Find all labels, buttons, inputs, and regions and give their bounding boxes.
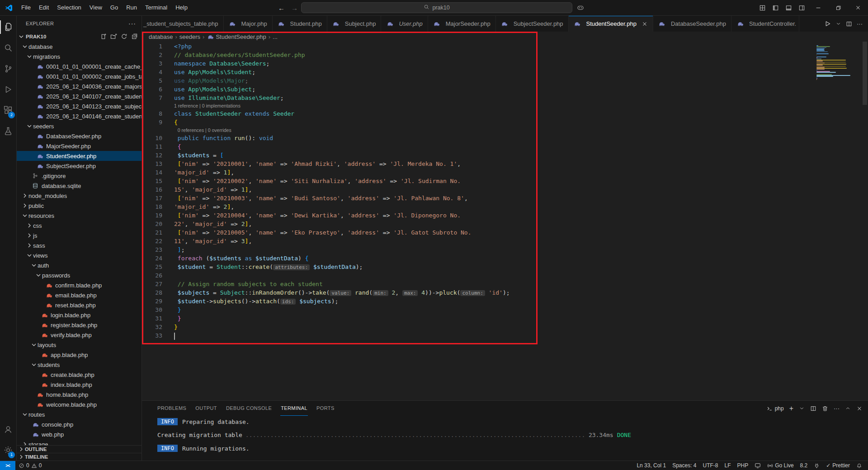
status-php-version[interactable]: 8.2 [797, 461, 811, 470]
code-line[interactable]: 27 // Assign random subjects to each stu… [142, 280, 868, 288]
folder-students[interactable]: students [17, 360, 142, 370]
folder-routes[interactable]: routes [17, 409, 142, 419]
folder-resources[interactable]: resources [17, 211, 142, 221]
folder-js[interactable]: js [17, 230, 142, 240]
menu-run[interactable]: Run [122, 0, 141, 15]
close-panel-icon[interactable] [856, 405, 863, 412]
code-line[interactable]: 30 } [142, 306, 868, 314]
close-tab-icon[interactable] [642, 21, 648, 27]
tab-majorseeder-php[interactable]: MajorSeeder.php [428, 16, 496, 32]
section-outline[interactable]: OUTLINE [17, 445, 142, 453]
folder-migrations[interactable]: migrations [17, 52, 142, 61]
file-2025-06-12-040123-create-subject[interactable]: 2025_06_12_040123_create_subject... [17, 101, 142, 111]
explorer-more-icon[interactable]: ··· [128, 20, 136, 27]
menu-edit[interactable]: Edit [35, 0, 53, 15]
layout-grid-icon[interactable] [756, 0, 769, 15]
code-line[interactable]: 7use Illuminate\Database\Seeder; [142, 94, 868, 102]
kill-terminal-icon[interactable] [822, 405, 828, 412]
chevron-down-icon[interactable] [835, 21, 841, 27]
code-line[interactable]: 25 $student = Student::create(attributes… [142, 263, 868, 271]
code-line[interactable]: 4use App\Models\Student; [142, 68, 868, 76]
code-line[interactable]: 19 ['nim' => '20210004', 'name' => 'Dewi… [142, 211, 868, 220]
copilot-icon[interactable] [577, 4, 584, 13]
tab-student-subjects-table-php[interactable]: _student_subjects_table.php [142, 16, 224, 32]
close-button[interactable] [848, 0, 868, 15]
menu-terminal[interactable]: Terminal [141, 0, 171, 15]
status-prettier[interactable]: ✓Prettier [823, 461, 853, 470]
code-line[interactable]: 8class StudentSeeder extends Seeder [142, 109, 868, 118]
minimize-button[interactable] [808, 0, 828, 15]
code-line[interactable]: 17 ['nim' => '20210003', 'name' => 'Budi… [142, 194, 868, 202]
menu-help[interactable]: Help [171, 0, 192, 15]
breadcrumb-item-studentseeder-php[interactable]: StudentSeeder.php [207, 33, 266, 40]
file-2025-06-12-040146-create-student[interactable]: 2025_06_12_040146_create_student... [17, 111, 142, 121]
code-line[interactable]: 24 foreach ($students as $studentData) { [142, 254, 868, 263]
minimap[interactable] [816, 45, 860, 81]
remote-indicator-icon[interactable]: >< [0, 461, 15, 470]
tab-user-php[interactable]: User.php [381, 16, 428, 32]
search-activity-icon[interactable] [0, 38, 16, 58]
code-line[interactable]: 23 ]; [142, 245, 868, 254]
folder-layouts[interactable]: layouts [17, 340, 142, 350]
status-go-live[interactable]: Go Live [764, 461, 797, 470]
folder-storage[interactable]: storage [17, 439, 142, 445]
file-console-php[interactable]: console.php [17, 419, 142, 429]
problems-status[interactable]: 0 0 [15, 461, 45, 470]
file-index-blade-php[interactable]: index.blade.php [17, 380, 142, 390]
account-activity-icon[interactable] [0, 419, 16, 440]
code-line[interactable]: 21 ['nim' => '20210005', 'name' => 'Eko … [142, 228, 868, 237]
explorer-activity-icon[interactable] [0, 17, 16, 38]
code-line[interactable]: 9{ [142, 118, 868, 127]
breadcrumb-item-[interactable]: ... [273, 33, 278, 40]
collapse-all-icon[interactable] [131, 33, 138, 40]
code-line[interactable]: 15 ['nim' => '20210002', 'name' => 'Siti… [142, 177, 868, 185]
code-line[interactable]: 26 [142, 271, 868, 280]
folder-sass[interactable]: sass [17, 240, 142, 250]
new-file-icon[interactable] [100, 33, 107, 40]
file-2025-06-12-040036-create-majors[interactable]: 2025_06_12_040036_create_majors_... [17, 81, 142, 91]
code-line[interactable]: 29 $student->subjects()->attach(ids: $su… [142, 297, 868, 306]
status-notifications[interactable] [853, 461, 865, 470]
tab-studentseeder-php[interactable]: StudentSeeder.php [569, 16, 653, 32]
code-line[interactable]: 12 $students = [ [142, 151, 868, 160]
new-terminal-icon[interactable]: + [789, 406, 793, 411]
status-language-mode[interactable]: PHP [734, 461, 752, 470]
folder-passwords[interactable]: passwords [17, 270, 142, 280]
file-app-blade-php[interactable]: app.blade.php [17, 350, 142, 360]
file-create-blade-php[interactable]: create.blade.php [17, 370, 142, 380]
status-eol[interactable]: LF [722, 461, 734, 470]
toggle-sidebar-icon[interactable] [769, 0, 782, 15]
code-line[interactable]: 14'major_id' => 1], [142, 168, 868, 177]
code-line[interactable]: 13 ['nim' => '20210001', 'name' => 'Ahma… [142, 160, 868, 168]
terminal-shell-label[interactable]: php [766, 405, 784, 412]
run-icon[interactable] [824, 20, 831, 27]
scrollbar-thumb[interactable] [863, 42, 867, 105]
new-folder-icon[interactable] [110, 33, 117, 40]
file-register-blade-php[interactable]: register.blade.php [17, 320, 142, 330]
tab-subjectseeder-php[interactable]: SubjectSeeder.php [496, 16, 569, 32]
panel-tab-debug-console[interactable]: DEBUG CONSOLE [222, 401, 276, 416]
folder-seeders[interactable]: seeders [17, 121, 142, 131]
folder-css[interactable]: css [17, 221, 142, 230]
panel-tab-terminal[interactable]: TERMINAL [276, 401, 312, 416]
folder-node-modules[interactable]: node_modules [17, 191, 142, 201]
extensions-activity-icon[interactable]: 2 [0, 100, 16, 121]
code-line[interactable]: 2022', 'major_id' => 2], [142, 220, 868, 228]
code-line[interactable]: 1<?php [142, 42, 868, 51]
file-confirm-blade-php[interactable]: confirm.blade.php [17, 280, 142, 290]
codelens[interactable]: 0 references | 0 overrides [142, 127, 868, 134]
code-line[interactable]: 28 $subjects = Subject::inRandomOrder()-… [142, 288, 868, 297]
terminal-output[interactable]: INFOPreparing database.Creating migratio… [142, 416, 868, 461]
status-encoding[interactable]: UTF-8 [700, 461, 722, 470]
chevron-down-icon[interactable] [799, 405, 805, 411]
toggle-secondary-sidebar-icon[interactable] [795, 0, 808, 15]
maximize-panel-icon[interactable] [845, 405, 851, 411]
tab-databaseseeder-php[interactable]: DatabaseSeeder.php [653, 16, 731, 32]
code-line[interactable]: 18'major_id' => 2], [142, 202, 868, 211]
section-timeline[interactable]: TIMELINE [17, 453, 142, 461]
editor-scrollbar[interactable] [862, 42, 868, 400]
panel-tab-output[interactable]: OUTPUT [191, 401, 222, 416]
source-control-activity-icon[interactable] [0, 58, 16, 79]
editor[interactable]: 1<?php2// database/seeders/StudentSeeder… [142, 42, 868, 400]
split-editor-icon[interactable] [846, 21, 852, 27]
